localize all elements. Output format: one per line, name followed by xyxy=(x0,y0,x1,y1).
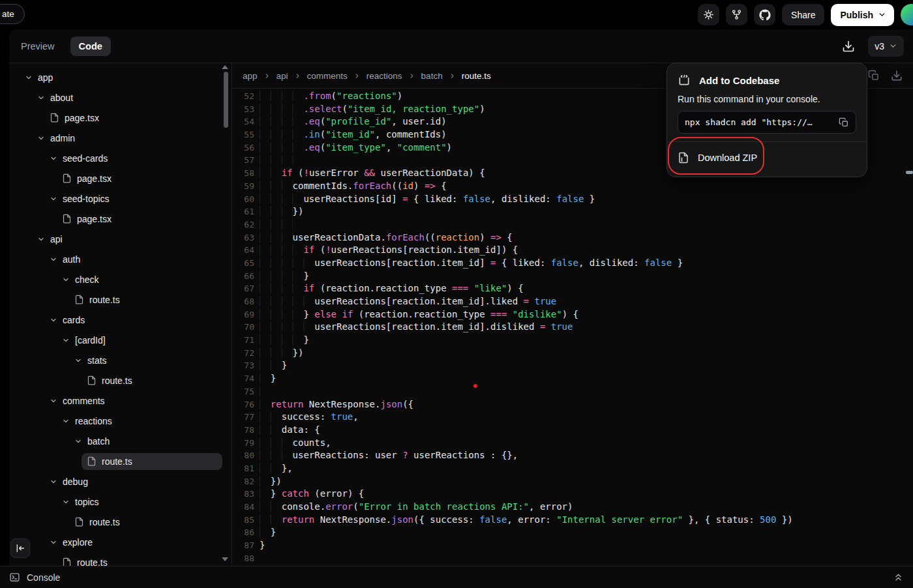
tree-item-content: reactions xyxy=(57,413,222,430)
tree-item-auth[interactable]: auth xyxy=(9,249,232,269)
line-number: 56 xyxy=(232,141,254,154)
tree-item-content: topics xyxy=(57,493,222,510)
tree-item-app[interactable]: app xyxy=(9,67,232,87)
tab-code[interactable]: Code xyxy=(70,37,111,56)
copy-code-button[interactable] xyxy=(868,70,880,81)
breadcrumb-item[interactable]: api xyxy=(277,71,288,81)
download-file-button[interactable] xyxy=(891,70,903,81)
line-number: 85 xyxy=(232,514,254,527)
breadcrumb-item[interactable]: comments xyxy=(307,71,348,81)
tree-item-route-ts[interactable]: route.ts xyxy=(9,451,232,471)
publish-button[interactable]: Publish xyxy=(831,4,894,26)
copy-command-button[interactable] xyxy=(839,117,849,128)
download-zip-item[interactable]: Download ZIP xyxy=(678,142,856,173)
github-button[interactable] xyxy=(754,4,775,25)
chevrons-up-icon xyxy=(893,572,904,583)
line-number: 83 xyxy=(232,488,254,501)
breadcrumb-item[interactable]: batch xyxy=(421,71,443,81)
cursor-dot xyxy=(473,384,477,388)
zip-file-icon xyxy=(678,152,689,164)
tree-item-seed-cards[interactable]: seed-cards xyxy=(9,148,232,168)
console-bar[interactable]: Console xyxy=(0,566,913,588)
tree-item-debug[interactable]: debug xyxy=(9,471,232,492)
line-number: 67 xyxy=(232,282,254,295)
tree-item-stats[interactable]: stats xyxy=(9,350,232,370)
breadcrumb-item[interactable]: route.ts xyxy=(462,71,491,81)
tree-item-content: api xyxy=(32,231,222,248)
download-button[interactable] xyxy=(841,38,856,54)
line-number: 77 xyxy=(232,411,254,424)
code-line: 68 userReactions[reaction.item_id].liked… xyxy=(232,295,913,308)
tree-item-batch[interactable]: batch xyxy=(9,431,232,451)
code-line: 74 } xyxy=(232,372,913,385)
tree-item-route-ts[interactable]: route.ts xyxy=(9,289,232,310)
tree-item-route-ts[interactable]: route.ts xyxy=(9,552,232,566)
tree-item-label: comments xyxy=(63,396,105,406)
tree-item-page-tsx[interactable]: page.tsx xyxy=(9,168,232,188)
scrollbar-thumb[interactable] xyxy=(224,72,228,128)
tree-item-content: batch xyxy=(69,433,222,450)
command-box[interactable]: npx shadcn add "https://… xyxy=(678,111,856,134)
tree-item-content: page.tsx xyxy=(57,170,222,187)
fork-button[interactable] xyxy=(726,4,747,25)
code-line: 64 if (!userReactions[reaction.item_id])… xyxy=(232,244,913,257)
tree-item-content: [cardId] xyxy=(57,332,222,349)
collapse-sidebar-button[interactable] xyxy=(10,538,30,558)
console-expand-button[interactable] xyxy=(893,572,904,583)
copy-icon xyxy=(839,117,849,128)
line-number: 78 xyxy=(232,424,254,437)
project-badge[interactable]: ate xyxy=(0,4,25,24)
tree-item-label: explore xyxy=(63,537,93,548)
line-number: 71 xyxy=(232,334,254,347)
download-icon xyxy=(842,40,855,53)
share-button[interactable]: Share xyxy=(782,4,824,25)
avatar[interactable] xyxy=(901,4,913,25)
tree-item-page-tsx[interactable]: page.tsx xyxy=(9,108,232,128)
scrollbar-down-arrow[interactable] xyxy=(222,557,228,561)
tree-item-route-ts[interactable]: route.ts xyxy=(9,512,232,532)
tree-item-content: route.ts xyxy=(69,514,222,531)
tree-item-check[interactable]: check xyxy=(9,269,232,289)
tab-preview[interactable]: Preview xyxy=(17,41,59,51)
chevron-down-icon xyxy=(50,397,57,405)
tree-item-about[interactable]: about xyxy=(9,87,232,108)
view-header-actions: v3 xyxy=(841,36,904,57)
version-selector[interactable]: v3 xyxy=(868,36,904,57)
tree-item-page-tsx[interactable]: page.tsx xyxy=(9,209,232,229)
tree-item-admin[interactable]: admin xyxy=(9,128,232,148)
tree-item-label: api xyxy=(50,234,63,244)
tree-item-label: route.ts xyxy=(102,375,132,386)
file-tree: appaboutpage.tsxadminseed-cardspage.tsxs… xyxy=(9,63,232,566)
breadcrumb-item[interactable]: app xyxy=(243,71,258,81)
settings-button[interactable] xyxy=(698,4,719,25)
tree-item-content: about xyxy=(32,89,222,106)
file-icon xyxy=(62,173,72,183)
scrollbar-up-arrow[interactable] xyxy=(222,65,228,69)
tree-item-content: route.ts xyxy=(57,554,222,566)
line-number: 57 xyxy=(232,154,254,167)
chevron-down-icon xyxy=(50,478,57,486)
tree-item-cards[interactable]: cards xyxy=(9,310,232,330)
popup-title: Add to Codebase xyxy=(699,75,779,86)
breadcrumb-item[interactable]: reactions xyxy=(367,71,402,81)
tree-item-reactions[interactable]: reactions xyxy=(9,411,232,431)
tree-item-content: debug xyxy=(44,473,222,490)
chevron-down-icon xyxy=(62,336,70,344)
line-number: 72 xyxy=(232,347,254,360)
tree-item-seed-topics[interactable]: seed-topics xyxy=(9,188,232,209)
gear-icon xyxy=(703,9,714,20)
tree-item-label: route.ts xyxy=(77,557,108,566)
line-number: 88 xyxy=(232,552,254,565)
tree-item-content: seed-cards xyxy=(44,150,222,167)
tree-item-topics[interactable]: topics xyxy=(9,492,232,512)
code-scrollbar-thumb[interactable] xyxy=(906,171,913,174)
tree-item--cardid-[interactable]: [cardId] xyxy=(9,330,232,350)
tree-item-explore[interactable]: explore xyxy=(9,532,232,552)
tree-item-comments[interactable]: comments xyxy=(9,390,232,411)
code-line: 62 xyxy=(232,218,913,231)
tree-item-api[interactable]: api xyxy=(9,229,232,249)
tree-item-label: seed-cards xyxy=(63,153,108,164)
line-number: 79 xyxy=(232,437,254,450)
tree-item-route-ts[interactable]: route.ts xyxy=(9,370,232,390)
line-number: 82 xyxy=(232,475,254,488)
